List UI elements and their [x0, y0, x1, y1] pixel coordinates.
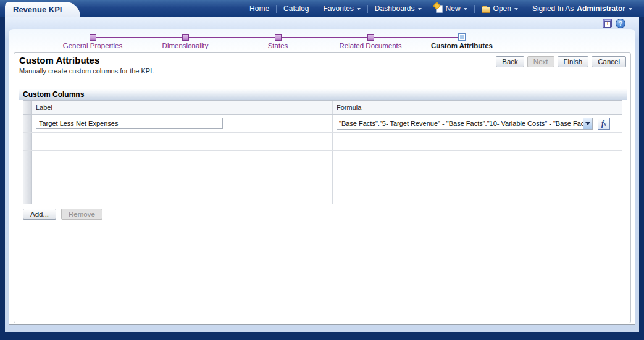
row-selector[interactable] [23, 133, 32, 150]
formula-cell: "Base Facts"."5- Target Revenue" - "Base… [333, 115, 622, 132]
step-marker-states[interactable] [275, 34, 282, 41]
formula-cell [333, 168, 622, 186]
signed-in-as-label: Signed In As [532, 4, 574, 13]
label-cell [32, 151, 333, 168]
nav-open-label: Open [493, 4, 511, 13]
back-button[interactable]: Back [496, 56, 524, 67]
table-row: "Base Facts"."5- Target Revenue" - "Base… [23, 115, 622, 133]
nav-catalog[interactable]: Catalog [277, 4, 316, 13]
document-tab[interactable]: Revenue KPI [5, 2, 80, 17]
label-input[interactable] [36, 118, 223, 129]
table-actions: Add... Remove [23, 209, 102, 220]
nav-favorites[interactable]: Favorites [316, 4, 367, 13]
username-label: Administrator [577, 4, 625, 13]
quick-toolbar: ? [603, 19, 625, 28]
add-button[interactable]: Add... [23, 209, 56, 220]
edit-formula-icon[interactable]: fx [598, 118, 610, 130]
label-header-text: Label [36, 104, 52, 111]
nav-signed-in-user[interactable]: Signed In As Administrator [525, 4, 639, 13]
step-related-documents[interactable]: Related Documents [340, 42, 402, 49]
step-marker-custom-attributes[interactable] [458, 33, 466, 41]
formula-column-header: Formula [333, 101, 622, 114]
save-icon[interactable] [603, 19, 612, 28]
table-header-row: Label Formula [23, 101, 622, 115]
formula-cell [333, 151, 622, 168]
top-bar: Revenue KPI Home Catalog Favorites Dashb… [0, 0, 644, 17]
row-selector[interactable] [23, 168, 32, 186]
wizard-buttons: Back Next Finish Cancel [496, 56, 626, 67]
chevron-down-icon [629, 8, 632, 10]
formula-value: "Base Facts"."5- Target Revenue" - "Base… [337, 118, 583, 129]
custom-columns-table: Label Formula "Base Facts"."5- Target Re… [23, 100, 622, 205]
chevron-down-icon [514, 8, 518, 10]
label-cell [32, 186, 333, 204]
row-selector-header [23, 101, 32, 114]
nav-open[interactable]: Open [475, 4, 525, 13]
chevron-down-icon [464, 8, 467, 10]
chevron-down-icon [418, 8, 422, 10]
row-selector[interactable] [23, 115, 32, 132]
row-selector[interactable] [23, 151, 32, 168]
formula-cell [333, 133, 622, 150]
table-row-empty[interactable] [23, 168, 622, 186]
row-selector[interactable] [23, 186, 32, 204]
help-icon[interactable]: ? [616, 19, 625, 28]
fx-x: x [604, 122, 606, 127]
custom-attributes-pane: Custom Attributes Manually create custom… [14, 52, 631, 323]
chevron-down-icon [357, 8, 361, 10]
nav-new-label: New [446, 4, 461, 13]
next-button: Next [527, 56, 554, 67]
formula-cell [333, 186, 622, 204]
page-title: Custom Attributes [19, 55, 99, 65]
formula-combobox[interactable]: "Base Facts"."5- Target Revenue" - "Base… [337, 118, 593, 130]
formula-header-text: Formula [337, 104, 361, 111]
label-cell [32, 115, 333, 132]
content-panel: General Properties Dimensionality States… [9, 29, 635, 325]
finish-button[interactable]: Finish [558, 56, 589, 67]
label-column-header: Label [32, 101, 333, 114]
step-marker-related-documents[interactable] [367, 34, 374, 41]
new-document-icon [436, 5, 443, 13]
page-subtitle: Manually create custom columns for the K… [19, 67, 154, 75]
nav-dashboards-label: Dashboards [375, 4, 415, 13]
table-row-empty[interactable] [23, 151, 622, 168]
nav-catalog-label: Catalog [283, 4, 309, 13]
table-row-empty[interactable] [23, 133, 622, 151]
step-marker-general-properties[interactable] [90, 34, 96, 41]
table-row-empty[interactable] [23, 186, 622, 204]
nav-favorites-label: Favorites [323, 4, 353, 13]
open-folder-icon [482, 7, 490, 13]
dropdown-arrow-icon[interactable] [583, 118, 592, 129]
custom-columns-section-header: Custom Columns [19, 89, 627, 100]
label-cell [32, 168, 333, 186]
step-custom-attributes: Custom Attributes [431, 42, 493, 49]
global-nav: Home Catalog Favorites Dashboards New Op… [243, 0, 639, 17]
label-cell [32, 133, 333, 150]
nav-new[interactable]: New [429, 4, 474, 13]
step-general-properties[interactable]: General Properties [63, 42, 123, 49]
step-marker-dimensionality[interactable] [182, 34, 189, 41]
nav-home[interactable]: Home [243, 4, 276, 13]
step-dimensionality[interactable]: Dimensionality [162, 42, 209, 49]
step-states[interactable]: States [268, 42, 288, 49]
nav-dashboards[interactable]: Dashboards [368, 4, 429, 13]
remove-button: Remove [61, 209, 102, 220]
nav-home-label: Home [249, 4, 269, 13]
cancel-button[interactable]: Cancel [592, 56, 626, 67]
